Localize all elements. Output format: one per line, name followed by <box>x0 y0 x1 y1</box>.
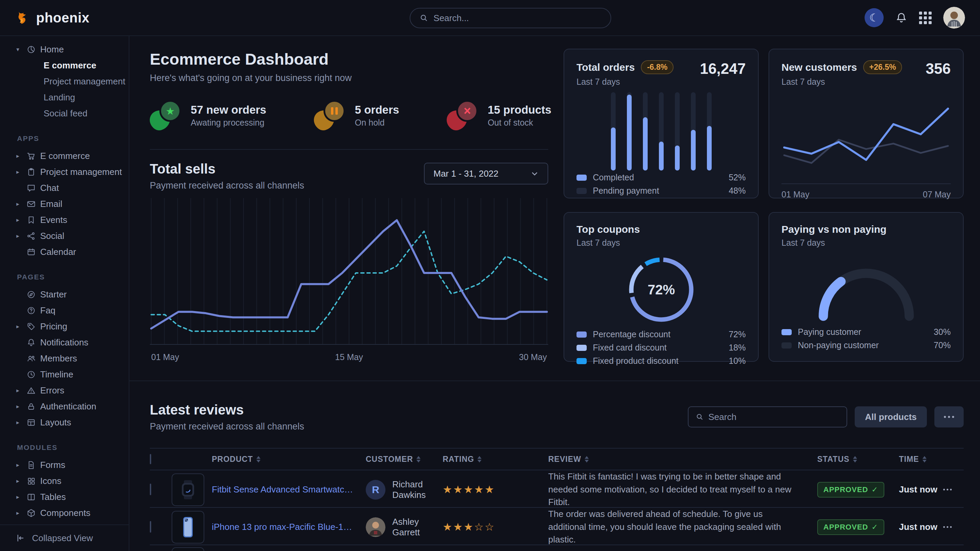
sidebar-item-icons[interactable]: ▸Icons <box>0 473 129 489</box>
sidebar-item-label: Starter <box>40 289 67 300</box>
row-actions-cell <box>943 489 964 491</box>
reviews-search[interactable] <box>688 407 847 427</box>
column-label: STATUS <box>817 455 850 464</box>
reviews-title: Latest reviews <box>150 402 244 418</box>
legend-label: Non-paying customer <box>798 340 879 350</box>
column-header-review[interactable]: REVIEW <box>548 455 817 464</box>
paying-card: Paying vs non paying Last 7 days Paying … <box>768 212 964 362</box>
sidebar-item-authentication[interactable]: ▸Authentication <box>0 399 129 414</box>
column-header-time[interactable]: TIME <box>899 455 943 464</box>
sidebar-item-timeline[interactable]: Timeline <box>0 367 129 383</box>
sidebar-item-home[interactable]: ▾Home <box>0 41 129 57</box>
brand-logo[interactable]: phoenix <box>15 10 89 25</box>
card-period: Last 7 days <box>576 238 746 248</box>
sidebar-item-members[interactable]: Members <box>0 351 129 367</box>
chat-icon <box>27 183 40 193</box>
more-options-button[interactable] <box>934 407 964 427</box>
x-axis-labels: 01 May 07 May <box>781 183 951 199</box>
apps-menu-button[interactable] <box>919 11 932 24</box>
product-thumbnail <box>172 473 204 506</box>
cart-icon <box>27 151 40 160</box>
theme-toggle-button[interactable]: ☾ <box>865 8 884 27</box>
column-header-status[interactable]: STATUS <box>817 455 899 464</box>
divider <box>150 149 548 150</box>
customer-initial-avatar: R <box>366 480 385 500</box>
column-header-customer[interactable]: CUSTOMER <box>366 455 443 464</box>
sidebar-item-errors[interactable]: ▸Errors <box>0 383 129 399</box>
stat-value: 57 new orders <box>191 103 266 116</box>
svg-text:15 May: 15 May <box>335 352 363 362</box>
stat-value: 15 products <box>488 103 551 116</box>
top-navbar: phoenix ☾ <box>0 0 980 36</box>
sidebar: ▾HomeE commerceProject managementLanding… <box>0 36 129 551</box>
sidebar-item-calendar[interactable]: Calendar <box>0 244 129 260</box>
sidebar-item-events[interactable]: ▸Events <box>0 212 129 228</box>
sidebar-item-label: Forms <box>40 460 65 470</box>
sidebar-section-label: APPS <box>0 122 129 148</box>
row-actions-button[interactable] <box>943 489 964 491</box>
reviews-controls: All products <box>688 407 964 427</box>
global-search[interactable] <box>410 8 611 28</box>
stat-value: 5 orders <box>355 103 399 116</box>
customer-name: Richard Dawkins <box>392 479 443 500</box>
sidebar-subitem-social-feed[interactable]: Social feed <box>0 105 129 122</box>
product-link[interactable]: Fitbit Sense Advanced Smartwatch with To… <box>212 484 366 495</box>
sidebar-item-social[interactable]: ▸Social <box>0 228 129 244</box>
date-range-select[interactable]: Mar 1 - 31, 2022 <box>424 163 548 184</box>
card-title: Paying vs non paying <box>781 224 951 235</box>
sidebar-subitem-project-management[interactable]: Project management <box>0 73 129 89</box>
page-subtitle: Here's what's going on at your business … <box>150 73 352 83</box>
sidebar-item-components[interactable]: ▸Components <box>0 505 129 521</box>
sidebar-item-email[interactable]: ▸Email <box>0 196 129 212</box>
global-search-input[interactable] <box>433 13 601 24</box>
stat-sublabel: On hold <box>355 118 399 128</box>
sidebar-item-faq[interactable]: Faq <box>0 303 129 319</box>
clock-icon <box>27 370 40 379</box>
sidebar-item-chat[interactable]: Chat <box>0 180 129 196</box>
svg-text:30 May: 30 May <box>519 352 547 362</box>
column-header-product[interactable]: PRODUCT <box>212 455 366 464</box>
card-period: Last 7 days <box>781 77 902 87</box>
sidebar-subitem-landing[interactable]: Landing <box>0 89 129 105</box>
reviews-search-input[interactable] <box>708 412 839 422</box>
sidebar-item-starter[interactable]: Starter <box>0 287 129 303</box>
select-all-checkbox[interactable] <box>150 454 151 464</box>
box-icon <box>27 508 40 518</box>
sidebar-item-project-management[interactable]: ▸Project management <box>0 164 129 180</box>
sidebar-item-forms[interactable]: ▸Forms <box>0 457 129 473</box>
sidebar-subitem-e-commerce[interactable]: E commerce <box>0 57 129 73</box>
stat-icon: ★ <box>150 100 182 131</box>
sidebar-item-notifications[interactable]: Notifications <box>0 335 129 351</box>
row-actions-button[interactable] <box>943 526 964 528</box>
trend-badge: +26.5% <box>863 60 902 74</box>
sort-icon <box>923 456 926 462</box>
coupons-legend-item: Percentage discount72% <box>576 329 746 339</box>
file-icon <box>27 460 40 470</box>
coupons-legend-item: Fixed card discount18% <box>576 343 746 353</box>
product-link[interactable]: iPhone 13 pro max-Pacific Blue-128GB sto… <box>212 522 366 532</box>
column-label: TIME <box>899 455 919 464</box>
legend-label: Completed <box>593 173 634 183</box>
legend-value: 72% <box>729 329 746 339</box>
pie-chart-icon <box>27 45 40 54</box>
legend-value: 48% <box>729 186 746 196</box>
sidebar-item-label: Chat <box>40 183 59 193</box>
time-cell: Just now <box>899 484 943 495</box>
sidebar-item-e-commerce[interactable]: ▸E commerce <box>0 148 129 164</box>
column-header-rating[interactable]: RATING <box>443 455 548 464</box>
sort-icon <box>585 456 589 462</box>
top-coupons-card: Top coupons Last 7 days 72% Percentage d… <box>563 212 759 362</box>
row-checkbox-cell <box>150 484 172 495</box>
row-checkbox[interactable] <box>150 521 151 533</box>
row-checkbox[interactable] <box>150 484 151 495</box>
customer-photo-avatar <box>366 517 385 537</box>
collapse-sidebar-button[interactable]: Collapsed View <box>0 524 129 551</box>
app-root: phoenix ☾ <box>0 0 980 551</box>
all-products-button[interactable]: All products <box>855 407 927 427</box>
notifications-button[interactable] <box>895 11 907 24</box>
sidebar-item-layouts[interactable]: ▸Layouts <box>0 414 129 430</box>
row-checkbox-cell <box>150 522 172 532</box>
sidebar-item-tables[interactable]: ▸Tables <box>0 489 129 505</box>
sidebar-item-pricing[interactable]: ▸Pricing <box>0 319 129 335</box>
user-avatar[interactable] <box>943 7 965 29</box>
